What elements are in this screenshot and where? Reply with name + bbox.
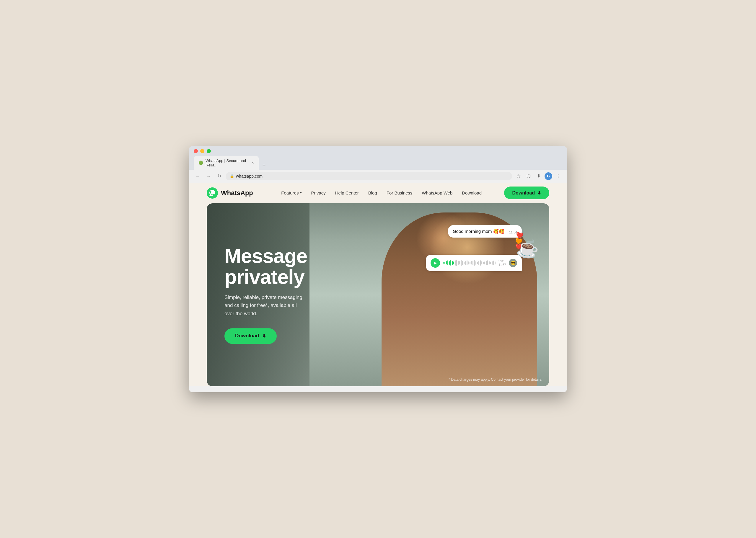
browser-chrome: 🟢 WhatsApp | Secure and Relia... ✕ + [189,146,567,170]
nav-features[interactable]: Features ▾ [281,190,302,195]
nav-for-business[interactable]: For Business [386,190,413,195]
hero-footer-disclaimer: * Data charges may apply. Contact your p… [448,377,542,382]
whatsapp-logo-icon [207,188,218,199]
toolbar-actions: ☆ ⬡ ⬇ G ⋮ [514,172,562,180]
new-tab-button[interactable]: + [260,161,268,170]
reload-button[interactable]: ↻ [215,172,223,180]
nav-help-center[interactable]: Help Center [335,190,359,195]
play-button[interactable]: ▶ [431,258,440,268]
voice-sender-avatar: 😎 [509,259,517,267]
traffic-lights [194,149,562,153]
voice-message-times: 0:03 11:57 [498,259,506,266]
security-icon: 🔒 [230,174,234,178]
sticker-decoration: ❤️🧡 ☕ [516,238,541,259]
nav-download-button[interactable]: Download ⬇ [504,187,549,199]
voice-message-bubble: ▶ 0:03 11:57 😎 [426,255,522,271]
close-window-button[interactable] [194,149,198,153]
website-content: WhatsApp Features ▾ Privacy Help Center … [189,183,567,386]
address-bar[interactable]: 🔒 whatsapp.com [226,172,512,180]
browser-toolbar: ← → ↻ 🔒 whatsapp.com ☆ ⬡ ⬇ G ⋮ [189,170,567,183]
tab-title: WhatsApp | Secure and Relia... [205,158,249,167]
hero-headline: Message privately [224,245,307,288]
nav-whatsapp-web[interactable]: WhatsApp Web [422,190,452,195]
browser-window: 🟢 WhatsApp | Secure and Relia... ✕ + ← →… [189,146,567,392]
nav-download[interactable]: Download [462,190,482,195]
browser-tabs: 🟢 WhatsApp | Secure and Relia... ✕ + [194,156,562,170]
chat-bubble-morning: Good morning mom 🥰🥰 11:54 [448,225,522,238]
hero-subtext: Simple, reliable, private messaging and … [224,294,307,318]
audio-waveform [443,259,495,266]
url-text: whatsapp.com [236,174,262,179]
back-button[interactable]: ← [194,172,202,180]
hero-section: Message privately Simple, reliable, priv… [207,203,549,386]
tab-close-button[interactable]: ✕ [251,161,254,165]
nav-links: Features ▾ Privacy Help Center Blog For … [271,190,492,195]
features-chevron-icon: ▾ [300,191,302,195]
chat-time-1: 11:54 [509,231,517,234]
chat-message-text: Good morning mom 🥰🥰 [453,229,504,234]
hero-text-block: Message privately Simple, reliable, priv… [224,245,307,344]
minimize-window-button[interactable] [200,149,204,153]
forward-button[interactable]: → [204,172,213,180]
site-navigation: WhatsApp Features ▾ Privacy Help Center … [189,183,567,203]
whatsapp-logo-text: WhatsApp [221,189,253,197]
extensions-button[interactable]: ⬡ [524,172,533,180]
hero-download-button[interactable]: Download ⬇ [224,328,277,344]
download-manager-button[interactable]: ⬇ [535,172,543,180]
bookmark-button[interactable]: ☆ [514,172,523,180]
logo-area: WhatsApp [207,188,253,199]
nav-download-icon: ⬇ [537,190,541,196]
tab-favicon: 🟢 [199,161,203,165]
voice-end-time: 11:57 [498,263,506,266]
maximize-window-button[interactable] [207,149,211,153]
hero-download-icon: ⬇ [262,333,266,339]
voice-start-time: 0:03 [498,259,506,263]
active-tab[interactable]: 🟢 WhatsApp | Secure and Relia... ✕ [194,156,259,170]
chat-overlays: Good morning mom 🥰🥰 11:54 ❤️ ▶ 0:03 11:5… [426,225,522,271]
profile-avatar[interactable]: G [545,172,552,180]
nav-privacy[interactable]: Privacy [311,190,326,195]
menu-button[interactable]: ⋮ [554,172,562,180]
nav-blog[interactable]: Blog [368,190,377,195]
